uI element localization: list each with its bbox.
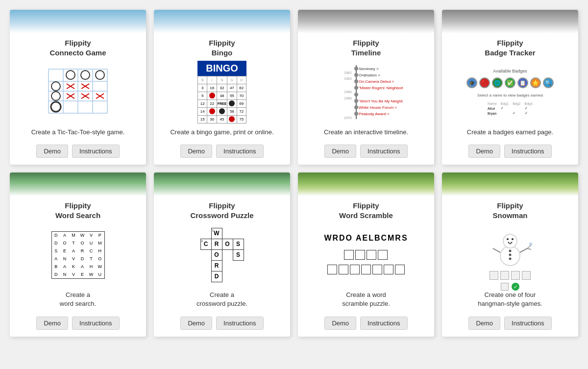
svg-point-53 bbox=[511, 242, 513, 244]
svg-point-33 bbox=[354, 79, 358, 83]
svg-point-27 bbox=[354, 67, 358, 71]
svg-text:Ordination >: Ordination > bbox=[359, 73, 380, 77]
card-wordsearch: FlippityWord Search DAMWVP DOTOUM SEARCH… bbox=[10, 172, 146, 336]
card-image-badge: Available Badges 🎓 🚫 🌐 ✅ 📋 ⭐ 🔍 Select a … bbox=[442, 60, 578, 124]
card-image-bingo: BINGO BINGO 316324762 5385570 1222FREE69… bbox=[154, 60, 290, 124]
card-scramble: FlippityWord Scramble WRDO AELBCMRS bbox=[298, 172, 434, 336]
svg-point-49 bbox=[507, 238, 509, 240]
card-desc-connecto: Create a Tic-Tac-Toe-style game. bbox=[25, 124, 131, 141]
card-image-connecto bbox=[10, 60, 146, 124]
card-buttons-badge: Demo Instructions bbox=[463, 141, 557, 165]
svg-point-35 bbox=[354, 86, 358, 90]
svg-point-40 bbox=[354, 99, 358, 103]
card-image-timeline: Seminary > 1962 Ordination > 1963 On-Cam… bbox=[298, 60, 434, 124]
demo-button-connecto[interactable]: Demo bbox=[36, 145, 68, 158]
demo-button-wordsearch[interactable]: Demo bbox=[36, 317, 68, 330]
svg-text:1963: 1963 bbox=[344, 77, 352, 80]
scramble-letters: WRDO AELBCMRS bbox=[324, 234, 408, 243]
svg-point-59 bbox=[509, 254, 512, 256]
svg-line-57 bbox=[527, 248, 531, 249]
svg-point-48 bbox=[503, 234, 517, 248]
badge-icon-1: 🎓 bbox=[466, 77, 477, 88]
svg-text:·: · bbox=[488, 243, 489, 247]
svg-text:1970: 1970 bbox=[344, 116, 352, 120]
card-crossword: FlippityCrossword Puzzle 1W 2C R O S O bbox=[154, 172, 290, 336]
card-title-scramble: FlippityWord Scramble bbox=[335, 196, 397, 223]
card-header-connecto bbox=[10, 10, 146, 33]
card-desc-badge: Create a badges earned page. bbox=[461, 124, 559, 141]
card-title-timeline: FlippityTimeline bbox=[347, 33, 385, 60]
svg-point-51 bbox=[508, 242, 510, 244]
card-header-timeline bbox=[298, 10, 434, 33]
svg-point-50 bbox=[512, 238, 514, 240]
svg-point-60 bbox=[509, 258, 512, 260]
demo-button-scramble[interactable]: Demo bbox=[324, 317, 356, 330]
svg-point-42 bbox=[354, 105, 358, 109]
card-buttons-scramble: Demo Instructions bbox=[318, 313, 413, 337]
demo-button-snowman[interactable]: Demo bbox=[468, 317, 500, 330]
card-buttons-wordsearch: Demo Instructions bbox=[30, 313, 125, 337]
card-buttons-timeline: Demo Instructions bbox=[318, 141, 413, 165]
badge-icon-7: 🔍 bbox=[543, 77, 554, 88]
card-desc-timeline: Create an interactive timeline. bbox=[318, 124, 414, 141]
instructions-button-crossword[interactable]: Instructions bbox=[216, 317, 263, 330]
card-image-wordsearch: DAMWVP DOTOUM SEARCH ANVDTO BAKAHW DNVEW… bbox=[10, 223, 146, 287]
card-snowman: FlippitySnowman bbox=[442, 172, 578, 336]
card-image-scramble: WRDO AELBCMRS bbox=[298, 223, 434, 287]
badge-icon-4: ✅ bbox=[505, 77, 515, 88]
card-connecto: FlippityConnecto Game bbox=[10, 10, 146, 165]
card-image-snowman: ❄ · ✓ bbox=[442, 223, 578, 287]
scramble-answer-row2 bbox=[327, 265, 405, 274]
svg-point-21 bbox=[81, 71, 90, 79]
badge-icon-2: 🚫 bbox=[479, 77, 490, 88]
instructions-button-scramble[interactable]: Instructions bbox=[360, 317, 407, 330]
svg-point-52 bbox=[510, 243, 511, 245]
svg-point-38 bbox=[354, 93, 358, 97]
demo-button-bingo[interactable]: Demo bbox=[180, 145, 212, 158]
card-header-bingo bbox=[154, 10, 290, 33]
svg-text:1966: 1966 bbox=[344, 90, 352, 94]
svg-text:White House Forum >: White House Forum > bbox=[359, 105, 397, 110]
badge-icon-5: 📋 bbox=[517, 77, 528, 88]
svg-text:❄: ❄ bbox=[529, 242, 533, 247]
svg-point-44 bbox=[354, 112, 358, 116]
card-desc-snowman: Create one of fourhangman-style games. bbox=[472, 287, 548, 312]
card-desc-bingo: Create a bingo game, print or online. bbox=[164, 124, 279, 141]
card-buttons-connecto: Demo Instructions bbox=[30, 141, 125, 165]
card-header-snowman bbox=[442, 172, 578, 196]
svg-point-24 bbox=[51, 92, 60, 100]
svg-point-30 bbox=[354, 73, 358, 77]
card-badge: FlippityBadge Tracker Available Badges 🎓… bbox=[442, 10, 578, 165]
demo-button-timeline[interactable]: Demo bbox=[324, 145, 356, 158]
card-title-wordsearch: FlippityWord Search bbox=[51, 196, 104, 223]
svg-text:Peabody Award >: Peabody Award > bbox=[359, 112, 390, 116]
instructions-button-timeline[interactable]: Instructions bbox=[360, 145, 407, 158]
svg-point-25 bbox=[51, 102, 61, 112]
card-bingo: FlippityBingo BINGO BINGO 316324762 5385… bbox=[154, 10, 290, 165]
instructions-button-bingo[interactable]: Instructions bbox=[216, 145, 263, 158]
instructions-button-connecto[interactable]: Instructions bbox=[72, 145, 119, 158]
scramble-answer-row1 bbox=[344, 250, 388, 260]
card-desc-crossword: Create acrossword puzzle. bbox=[191, 287, 253, 312]
card-buttons-crossword: Demo Instructions bbox=[174, 313, 269, 337]
instructions-button-snowman[interactable]: Instructions bbox=[504, 317, 551, 330]
card-image-crossword: 1W 2C R O S O S R bbox=[154, 223, 290, 287]
instructions-button-wordsearch[interactable]: Instructions bbox=[72, 317, 119, 330]
svg-point-58 bbox=[509, 250, 512, 252]
card-grid: FlippityConnecto Game bbox=[10, 10, 578, 337]
demo-button-crossword[interactable]: Demo bbox=[180, 317, 212, 330]
card-header-badge bbox=[442, 10, 578, 33]
instructions-button-badge[interactable]: Instructions bbox=[504, 145, 551, 158]
card-header-wordsearch bbox=[10, 172, 146, 196]
card-desc-scramble: Create a wordscramble puzzle. bbox=[336, 287, 396, 312]
svg-point-20 bbox=[66, 71, 75, 79]
svg-text:1968: 1968 bbox=[344, 97, 352, 100]
card-buttons-snowman: Demo Instructions bbox=[463, 313, 557, 337]
demo-button-badge[interactable]: Demo bbox=[468, 145, 500, 158]
card-title-crossword: FlippityCrossword Puzzle bbox=[186, 196, 257, 223]
badge-icon-3: 🌐 bbox=[492, 77, 503, 88]
svg-text:On-Camera Debut >: On-Camera Debut > bbox=[359, 79, 394, 84]
svg-text:Seminary >: Seminary > bbox=[359, 67, 379, 71]
svg-line-54 bbox=[493, 248, 500, 252]
svg-point-23 bbox=[51, 82, 60, 91]
